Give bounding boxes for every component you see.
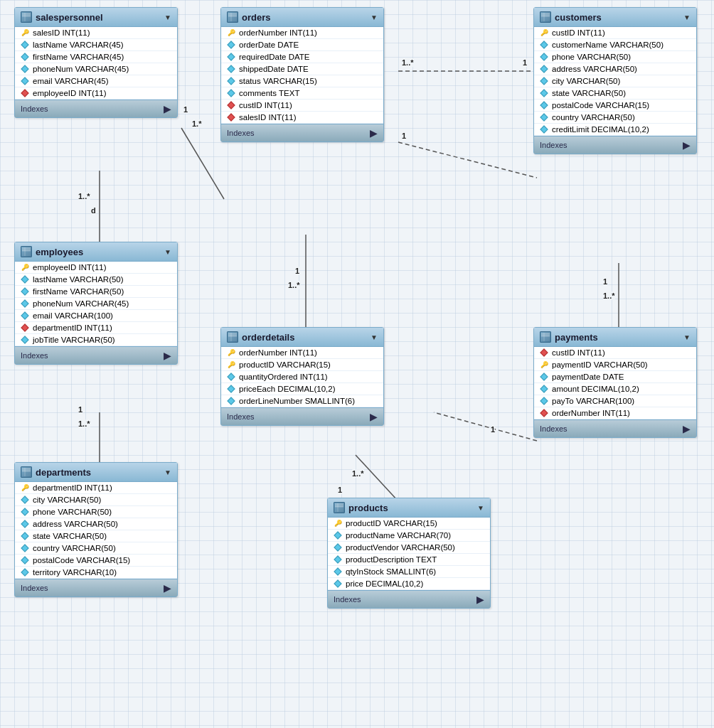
table-header-payments[interactable]: payments▼: [534, 328, 696, 347]
field-text: paymentID VARCHAR(50): [552, 360, 648, 369]
table-dropdown-departments[interactable]: ▼: [164, 469, 171, 476]
table-row: priceEach DECIMAL(10,2): [221, 383, 383, 395]
diamond-icon: [540, 113, 548, 122]
table-row: city VARCHAR(50): [15, 494, 177, 506]
svg-rect-10: [22, 16, 31, 21]
fk-icon: [540, 409, 548, 417]
indexes-arrow[interactable]: ▶: [370, 127, 378, 139]
field-text: salesID INT(11): [33, 28, 90, 37]
svg-rect-37: [335, 503, 343, 507]
indexes-footer-payments[interactable]: Indexes▶: [534, 419, 696, 437]
diamond-icon: [21, 520, 29, 528]
table-dropdown-orderdetails[interactable]: ▼: [371, 333, 378, 341]
field-text: custID INT(11): [239, 101, 292, 109]
field-text: departmentID INT(11): [33, 323, 112, 332]
indexes-footer-customers[interactable]: Indexes▶: [534, 136, 696, 154]
field-text: price DECIMAL(10,2): [346, 579, 423, 588]
table-header-orders[interactable]: orders▼: [221, 8, 383, 27]
table-icon-customers: [540, 11, 551, 23]
field-text: lastName VARCHAR(45): [33, 41, 124, 49]
table-name-salespersonnel: salespersonnel: [36, 12, 103, 23]
table-name-orders: orders: [242, 12, 270, 23]
table-row: orderNumber INT(11): [534, 407, 696, 419]
diamond-icon: [334, 567, 342, 576]
indexes-footer-orderdetails[interactable]: Indexes▶: [221, 407, 383, 425]
indexes-label: Indexes: [21, 584, 48, 592]
field-text: employeeID INT(11): [33, 89, 107, 97]
indexes-arrow[interactable]: ▶: [164, 103, 171, 114]
rel-label-1-prod: 1: [338, 486, 342, 494]
diamond-icon: [21, 496, 29, 504]
field-text: productName VARCHAR(70): [346, 531, 451, 540]
rel-label-1: 1: [183, 105, 188, 114]
table-header-departments[interactable]: departments▼: [15, 463, 177, 482]
table-row: lastName VARCHAR(50): [15, 274, 177, 286]
indexes-arrow[interactable]: ▶: [164, 350, 171, 361]
table-salespersonnel: salespersonnel▼🔑salesID INT(11)lastName …: [14, 7, 178, 118]
table-row: phone VARCHAR(50): [15, 506, 177, 518]
table-dropdown-salespersonnel[interactable]: ▼: [164, 14, 171, 21]
table-icon-payments: [540, 331, 551, 343]
diamond-icon: [21, 77, 29, 85]
diamond-icon: [540, 89, 548, 97]
table-header-salespersonnel[interactable]: salespersonnel▼: [15, 8, 177, 27]
diamond-icon: [21, 336, 29, 344]
indexes-arrow[interactable]: ▶: [476, 594, 484, 605]
indexes-arrow[interactable]: ▶: [683, 423, 691, 434]
key-icon: 🔑: [334, 519, 342, 528]
table-row: creditLimit DECIMAL(10,2): [534, 124, 696, 136]
svg-rect-25: [228, 333, 237, 336]
table-row: paymentDate DATE: [534, 371, 696, 383]
svg-rect-17: [541, 13, 550, 16]
table-employees: employees▼🔑employeeID INT(11)lastName VA…: [14, 242, 178, 365]
field-text: amount DECIMAL(10,2): [552, 385, 639, 393]
table-departments: departments▼🔑departmentID INT(11)city VA…: [14, 462, 178, 597]
table-orderdetails: orderdetails▼🔑orderNumber INT(11)🔑produc…: [220, 327, 384, 426]
table-row: 🔑paymentID VARCHAR(50): [534, 359, 696, 371]
table-dropdown-payments[interactable]: ▼: [683, 333, 691, 341]
field-text: postalCode VARCHAR(15): [33, 556, 130, 564]
field-text: shippedDate DATE: [239, 65, 309, 73]
indexes-label: Indexes: [334, 595, 361, 604]
table-row: phoneNum VARCHAR(45): [15, 63, 177, 75]
indexes-arrow[interactable]: ▶: [370, 411, 378, 422]
table-row: custID INT(11): [534, 347, 696, 359]
svg-rect-34: [22, 471, 31, 476]
table-dropdown-employees[interactable]: ▼: [164, 248, 171, 256]
rel-label-1-oc: 1: [523, 58, 527, 67]
table-dropdown-products[interactable]: ▼: [477, 504, 484, 512]
indexes-label: Indexes: [540, 424, 568, 433]
diamond-icon: [21, 311, 29, 320]
table-header-products[interactable]: products▼: [328, 498, 490, 518]
indexes-footer-employees[interactable]: Indexes▶: [15, 346, 177, 364]
field-text: orderDate DATE: [239, 41, 299, 49]
indexes-label: Indexes: [21, 351, 48, 360]
table-row: salesID INT(11): [221, 112, 383, 124]
svg-rect-13: [228, 13, 237, 16]
indexes-footer-orders[interactable]: Indexes▶: [221, 124, 383, 141]
table-header-orderdetails[interactable]: orderdetails▼: [221, 328, 383, 347]
field-text: requiredDate DATE: [239, 53, 310, 61]
table-row: address VARCHAR(50): [534, 63, 696, 75]
svg-rect-18: [541, 16, 550, 21]
table-row: 🔑orderNumber INT(11): [221, 347, 383, 359]
field-text: qtyInStock SMALLINT(6): [346, 567, 436, 576]
indexes-footer-departments[interactable]: Indexes▶: [15, 579, 177, 596]
diamond-icon: [334, 543, 342, 552]
table-row: productDescription TEXT: [328, 554, 490, 566]
indexes-footer-salespersonnel[interactable]: Indexes▶: [15, 100, 177, 117]
indexes-footer-products[interactable]: Indexes▶: [328, 590, 490, 608]
indexes-arrow[interactable]: ▶: [683, 139, 691, 151]
table-header-customers[interactable]: customers▼: [534, 8, 696, 27]
diamond-icon: [227, 385, 235, 393]
table-name-customers: customers: [555, 12, 602, 23]
indexes-label: Indexes: [227, 412, 255, 421]
table-row: shippedDate DATE: [221, 63, 383, 75]
indexes-arrow[interactable]: ▶: [164, 582, 171, 594]
table-header-employees[interactable]: employees▼: [15, 242, 177, 262]
field-text: state VARCHAR(50): [552, 89, 626, 97]
table-dropdown-customers[interactable]: ▼: [683, 14, 691, 21]
diamond-icon: [540, 65, 548, 73]
diamond-icon: [334, 531, 342, 540]
table-dropdown-orders[interactable]: ▼: [371, 14, 378, 21]
